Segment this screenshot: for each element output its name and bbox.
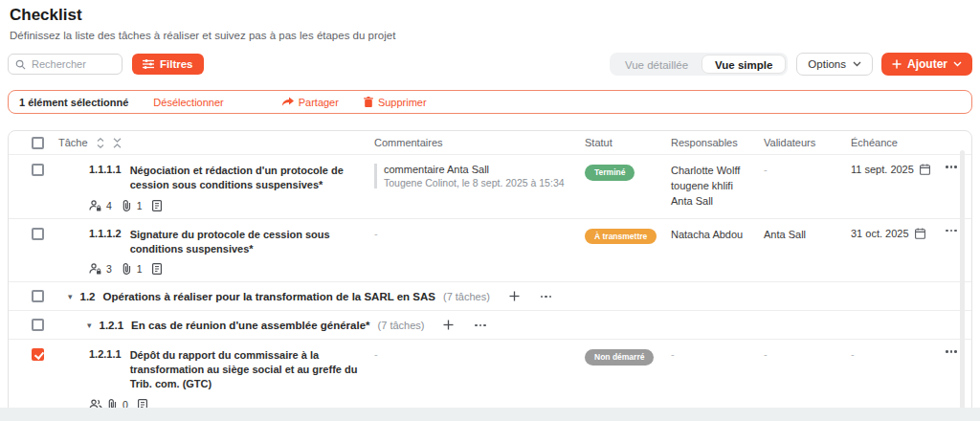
sort-icon[interactable] [97, 138, 104, 148]
row-menu-button[interactable] [944, 346, 959, 357]
delete-link[interactable]: Supprimer [364, 97, 427, 108]
column-header-due: Échéance [851, 137, 944, 148]
assignees-count: 3 [106, 263, 112, 275]
comment-cell: - [374, 219, 585, 282]
responsibles-cell: Natacha Abdou [671, 219, 764, 282]
select-all-checkbox[interactable] [32, 137, 44, 149]
assignee-lock-icon[interactable] [89, 263, 101, 275]
add-label: Ajouter [907, 57, 947, 71]
delete-label: Supprimer [378, 97, 427, 108]
calendar-icon[interactable] [915, 228, 925, 239]
column-header-responsibles: Responsables [671, 137, 764, 148]
column-header-comments: Commentaires [374, 137, 585, 148]
toolbar: Filtres Vue détaillée Vue simple Options… [8, 53, 972, 76]
filters-label: Filtres [160, 58, 193, 70]
status-badge[interactable]: Non démarré [585, 349, 654, 366]
group-add-button[interactable] [439, 320, 457, 330]
comment[interactable]: commentaire Anta Sall Tougene Colinot, l… [374, 164, 575, 188]
view-simple-tab[interactable]: Vue simple [702, 55, 786, 74]
task-title[interactable]: Dépôt du rapport du commissaire à la tra… [130, 348, 367, 391]
group-menu-button[interactable] [473, 321, 488, 331]
vertical-scrollbar[interactable] [960, 150, 965, 421]
table-header-row: Tâche Commentaires Statut Responsables V… [9, 131, 971, 155]
group-title[interactable]: Opérations à réaliser pour la transforma… [103, 291, 435, 302]
row-checkbox[interactable] [32, 164, 44, 176]
view-toggle: Vue détaillée Vue simple [610, 53, 788, 76]
group-task-count: (7 tâches) [443, 291, 490, 302]
page-title: Checklist [8, 6, 972, 25]
view-detailed-tab[interactable]: Vue détaillée [612, 55, 702, 74]
row-checkbox[interactable] [32, 319, 44, 331]
due-cell: 11 sept. 2025 [851, 155, 944, 218]
chevron-down-icon [853, 61, 861, 67]
row-menu-button[interactable] [944, 162, 959, 172]
responsible-name: Natacha Abdou [671, 228, 764, 243]
share-icon [281, 97, 294, 107]
page-subtitle: Définissez la liste des tâches à réalise… [8, 30, 972, 41]
task-table: Tâche Commentaires Statut Responsables V… [8, 130, 972, 421]
search-box[interactable] [8, 54, 122, 75]
group-number: 1.2 [80, 291, 96, 302]
share-label: Partager [299, 97, 339, 108]
paperclip-icon[interactable] [122, 263, 132, 275]
task-title[interactable]: Négociation et rédaction d'un protocole … [130, 164, 367, 192]
task-number: 1.1.1.2 [89, 228, 122, 256]
filter-sliders-icon [143, 59, 154, 69]
note-icon[interactable] [152, 200, 162, 211]
group-task-count: (7 tâches) [378, 320, 425, 331]
responsible-name: Anta Sall [671, 194, 764, 210]
responsible-name: Charlotte Wolff [671, 164, 764, 179]
trash-icon [364, 97, 373, 107]
due-cell: 31 oct. 2025 [851, 219, 944, 282]
page-background-strip [0, 408, 980, 421]
validators-cell: - [764, 155, 851, 218]
assignee-lock-icon[interactable] [89, 200, 101, 211]
task-number: 1.1.1.1 [89, 164, 122, 192]
status-badge[interactable]: À transmettre [585, 229, 657, 245]
group-number: 1.2.1 [100, 320, 124, 331]
search-input[interactable] [32, 58, 115, 70]
column-header-task: Tâche [58, 137, 88, 148]
responsibles-cell: - [671, 340, 764, 417]
filters-button[interactable]: Filtres [132, 54, 204, 75]
comment-meta: Tougene Colinot, le 8 sept. 2025 à 15:34 [384, 177, 575, 188]
group-menu-button[interactable] [539, 292, 554, 302]
row-checkbox[interactable] [32, 290, 44, 302]
collapse-all-icon[interactable] [113, 138, 122, 148]
comment-text: commentaire Anta Sall [384, 164, 575, 175]
options-button[interactable]: Options [796, 53, 873, 76]
share-link[interactable]: Partager [281, 97, 339, 108]
page-header: Checklist Définissez la liste des tâches… [8, 6, 972, 41]
caret-down-icon[interactable]: ▾ [68, 292, 73, 301]
search-icon [15, 59, 26, 70]
row-checkbox[interactable] [32, 228, 44, 240]
row-checkbox[interactable] [32, 348, 44, 361]
table-row: 1.1.1.1 Négociation et rédaction d'un pr… [9, 155, 971, 219]
deselect-link[interactable]: Désélectionner [153, 97, 223, 108]
responsible-name: tougene khlifi [671, 179, 764, 194]
group-title[interactable]: En cas de réunion d'une assemblée généra… [131, 320, 369, 331]
add-button[interactable]: Ajouter [881, 53, 972, 76]
group-row: ▾ 1.2 Opérations à réaliser pour la tran… [9, 282, 971, 311]
due-date: 31 oct. 2025 [851, 228, 909, 239]
validators-cell: - [764, 340, 851, 417]
attachments-count: 1 [137, 263, 143, 275]
column-header-validators: Validateurs [764, 137, 851, 148]
paperclip-icon[interactable] [122, 200, 132, 211]
calendar-icon[interactable] [920, 164, 930, 175]
group-row: ▾ 1.2.1 En cas de réunion d'une assemblé… [9, 311, 971, 340]
selection-count: 1 élément sélectionné [19, 97, 128, 108]
selection-bar: 1 élément sélectionné Désélectionner Par… [8, 90, 972, 114]
validators-cell: Anta Sall [764, 219, 851, 282]
table-row: 1.2.1.1 Dépôt du rapport du commissaire … [9, 340, 971, 418]
responsibles-cell: Charlotte Wolff tougene khlifi Anta Sall [671, 155, 764, 218]
note-icon[interactable] [152, 263, 162, 275]
group-add-button[interactable] [505, 291, 523, 301]
chevron-down-icon [953, 61, 962, 67]
status-badge[interactable]: Terminé [585, 165, 635, 181]
comment-cell: - [374, 340, 585, 417]
task-title[interactable]: Signature du protocole de cession sous c… [130, 228, 367, 256]
caret-down-icon[interactable]: ▾ [87, 321, 92, 330]
column-header-status: Statut [585, 137, 671, 148]
row-menu-button[interactable] [944, 226, 959, 236]
